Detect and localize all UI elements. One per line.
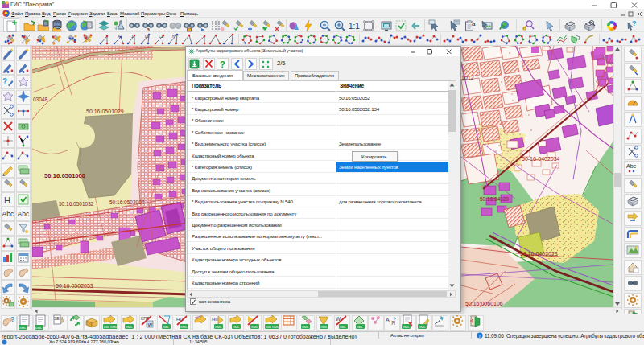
svg-text:XML: XML [302, 325, 309, 329]
svg-text:Abc: Abc [2, 210, 14, 218]
svg-text:А: А [386, 317, 390, 322]
svg-text:50:16:0501029: 50:16:0501029 [86, 109, 124, 114]
svg-text:1: 1 [131, 34, 134, 39]
svg-text:a: a [472, 20, 476, 27]
svg-text:DBL: DBL [35, 326, 43, 330]
svg-text:50:16:04020: 50:16:04020 [480, 196, 510, 202]
svg-text:50:16:0402023: 50:16:0402023 [520, 251, 558, 257]
svg-text:XML: XML [320, 325, 328, 329]
svg-text:XML: XML [215, 325, 222, 329]
svg-text:a: a [147, 27, 150, 32]
svg-text:H: H [4, 195, 10, 205]
svg-text:1012: 1012 [461, 75, 474, 80]
svg-text:?: ? [220, 60, 225, 69]
svg-text:Abc: Abc [18, 210, 30, 218]
svg-text:XML: XML [419, 325, 426, 329]
svg-text:h: h [172, 34, 175, 39]
svg-text:XBL: XBL [357, 325, 364, 329]
svg-text:XML: XML [126, 325, 133, 329]
svg-text:50-16-0402034: 50-16-0402034 [522, 156, 560, 162]
svg-text:?: ? [10, 315, 15, 323]
svg-text:50:16:0501032: 50:16:0501032 [59, 201, 94, 207]
svg-text:1:1: 1:1 [349, 22, 360, 31]
svg-text:50:16:0502004: 50:16:0502004 [109, 199, 145, 205]
svg-text:XML: XML [251, 325, 258, 329]
svg-text:W: W [148, 322, 153, 327]
svg-text:XML: XML [233, 325, 240, 329]
svg-text:XML: XML [272, 325, 279, 329]
svg-text:?: ? [2, 77, 7, 86]
svg-text:XML: XML [180, 325, 188, 329]
svg-text:50:16:0501000: 50:16:0501000 [44, 172, 85, 179]
svg-text:03048: 03048 [33, 97, 47, 102]
svg-text:Abc: Abc [626, 163, 637, 169]
svg-text:XBL: XBL [340, 325, 347, 329]
svg-text:?: ? [632, 19, 637, 27]
svg-text:50:16:0502053: 50:16:0502053 [56, 283, 93, 289]
svg-text:50:16:0060106: 50:16:0060106 [465, 301, 503, 306]
svg-text:L1: L1 [159, 34, 163, 39]
svg-text:L2: L2 [145, 34, 150, 39]
svg-text:НП: НП [212, 317, 219, 322]
svg-text:XML: XML [19, 326, 27, 330]
svg-text:...: ... [173, 27, 178, 32]
svg-text:...: ... [159, 27, 164, 32]
svg-text:XML: XML [402, 325, 410, 329]
svg-text:XML: XML [110, 325, 117, 329]
svg-text:XBL: XBL [163, 325, 170, 329]
svg-text:Я: Я [391, 320, 395, 326]
